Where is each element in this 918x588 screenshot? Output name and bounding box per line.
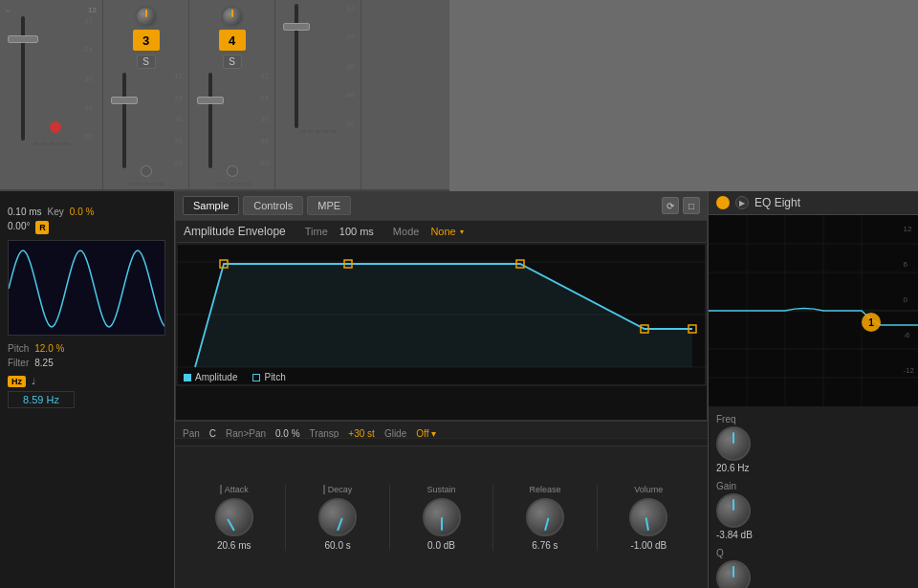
attack-value: 20.6 ms bbox=[217, 540, 251, 551]
mode-value: None bbox=[430, 226, 455, 237]
key-label: Key bbox=[48, 207, 64, 217]
eq-header: ▶ EQ Eight bbox=[709, 191, 918, 215]
eq-panel: ▶ EQ Eight 1 12 6 0 -6 -12 bbox=[708, 191, 918, 588]
envelope-time-label: Time bbox=[305, 226, 328, 237]
pitch-value: 12.0 % bbox=[34, 343, 64, 354]
left-panel: 0.10 ms Key 0.0 % 0.00° R Pitch 12.0 % F… bbox=[0, 191, 175, 588]
eq-display: 1 12 6 0 -6 -12 bbox=[709, 215, 918, 406]
pitch-label-env: Pitch bbox=[252, 372, 285, 382]
channel-4-knob[interactable] bbox=[221, 6, 244, 28]
mixer-channel-1: – 12 12 24 36 48 60 bbox=[0, 0, 103, 189]
eq-gain-group: Gain -3.84 dB bbox=[716, 481, 910, 540]
envelope-canvas[interactable]: Amplitude Pitch bbox=[176, 243, 707, 386]
sustain-knob[interactable] bbox=[423, 498, 461, 536]
svg-text:1: 1 bbox=[868, 317, 874, 328]
volume-group: Volume -1.00 dB bbox=[598, 485, 700, 551]
eq-power-button[interactable] bbox=[716, 196, 730, 209]
env-labels: Amplitude Pitch bbox=[184, 372, 286, 382]
eq-freq-knob[interactable] bbox=[716, 426, 751, 461]
tab-save-icon[interactable]: □ bbox=[683, 197, 700, 214]
channel-4-dot[interactable] bbox=[227, 165, 238, 177]
eq-gain-knob[interactable] bbox=[716, 493, 751, 528]
decay-knob[interactable] bbox=[318, 498, 357, 536]
eq-controls: Freq 20.6 Hz Gain -3.84 dB Q 0.71 bbox=[709, 406, 918, 588]
waveform-display bbox=[8, 240, 165, 336]
mixer-channel-3: 4 S 12 24 36 48 60 bbox=[189, 0, 275, 189]
eq-db-labels: 12 6 0 -6 -12 bbox=[903, 225, 914, 375]
envelope-mode-label: Mode bbox=[393, 226, 420, 237]
channel-4-solo[interactable]: S bbox=[223, 54, 242, 70]
eq-q-label: Q bbox=[716, 548, 724, 558]
decay-value: 60.0 s bbox=[324, 540, 350, 551]
tab-mpe[interactable]: MPE bbox=[307, 196, 351, 215]
envelope-section: Amplitude Envelope Time 100 ms Mode None… bbox=[175, 220, 708, 421]
decay-group: Decay 60.0 s bbox=[286, 485, 389, 551]
channel-4-badge[interactable]: 4 bbox=[219, 30, 246, 50]
r-button[interactable]: R bbox=[35, 221, 49, 234]
channel-3-badge[interactable]: 3 bbox=[133, 30, 160, 50]
envelope-title: Amplitude Envelope bbox=[184, 225, 286, 238]
release-group: Release 6.76 s bbox=[493, 485, 597, 551]
eq-gain-label: Gain bbox=[716, 481, 736, 491]
attack-label: Attack bbox=[220, 485, 249, 494]
tab-sample[interactable]: Sample bbox=[183, 196, 239, 215]
release-label: Release bbox=[529, 485, 560, 494]
eq-freq-value: 20.6 Hz bbox=[716, 463, 749, 473]
eq-freq-group: Freq 20.6 Hz bbox=[716, 414, 910, 473]
dropdown-arrow-icon: ▾ bbox=[460, 228, 464, 236]
attack-knob[interactable] bbox=[215, 498, 253, 536]
volume-value: -1.00 dB bbox=[630, 540, 667, 551]
pitch-dot-icon bbox=[252, 374, 260, 381]
eq-gain-value: -3.84 dB bbox=[716, 530, 753, 540]
volume-knob[interactable] bbox=[629, 498, 667, 536]
tab-bar: Sample Controls MPE ⟳ □ bbox=[175, 191, 708, 220]
hz-button[interactable]: Hz bbox=[8, 376, 26, 387]
mixer-section: – 12 12 24 36 48 60 bbox=[0, 0, 449, 191]
channel-3-knob[interactable] bbox=[135, 6, 158, 28]
sustain-group: Sustain 0.0 dB bbox=[390, 485, 493, 551]
eq-q-knob[interactable] bbox=[716, 560, 751, 588]
channel-3-solo[interactable]: S bbox=[137, 54, 156, 70]
freq-value-display: 8.59 Hz bbox=[8, 391, 75, 408]
sustain-label: Sustain bbox=[427, 485, 456, 494]
deg-value: 0.00° bbox=[8, 221, 30, 234]
record-button-1[interactable] bbox=[50, 121, 61, 133]
key-value: 0.0 % bbox=[70, 207, 95, 217]
amplitude-dot-icon bbox=[184, 374, 191, 381]
pitch-label: Pitch bbox=[8, 343, 29, 354]
eq-q-group: Q 0.71 bbox=[716, 548, 910, 588]
eq-freq-label: Freq bbox=[716, 414, 736, 425]
envelope-header: Amplitude Envelope Time 100 ms Mode None… bbox=[176, 221, 707, 243]
adsr-row: Attack 20.6 ms Decay 60.0 s Sustain 0.0 … bbox=[175, 446, 708, 588]
mode-dropdown[interactable]: None ▾ bbox=[430, 226, 463, 237]
eq-title: EQ Eight bbox=[754, 196, 910, 209]
decay-label: Decay bbox=[323, 485, 353, 494]
envelope-time-value: 100 ms bbox=[339, 226, 374, 237]
mixer-channel-2: 3 S 12 24 36 48 60 bbox=[103, 0, 189, 189]
volume-label: Volume bbox=[634, 485, 663, 494]
ms-value: 0.10 ms bbox=[8, 207, 42, 217]
attack-group: Attack 20.6 ms bbox=[183, 485, 286, 551]
eq-play-button[interactable]: ▶ bbox=[735, 196, 749, 209]
release-value: 6.76 s bbox=[532, 540, 557, 551]
channel-3-dot[interactable] bbox=[141, 165, 152, 177]
filter-value: 8.25 bbox=[34, 358, 53, 368]
filter-label: Filter bbox=[8, 358, 29, 368]
tab-sync-icon[interactable]: ⟳ bbox=[662, 197, 679, 214]
tab-controls[interactable]: Controls bbox=[243, 196, 303, 215]
release-knob[interactable] bbox=[526, 498, 564, 536]
amplitude-label: Amplitude bbox=[184, 372, 237, 382]
mixer-channel-4: 12 24 36 48 60 bbox=[275, 0, 361, 189]
sustain-value: 0.0 dB bbox=[427, 540, 455, 551]
